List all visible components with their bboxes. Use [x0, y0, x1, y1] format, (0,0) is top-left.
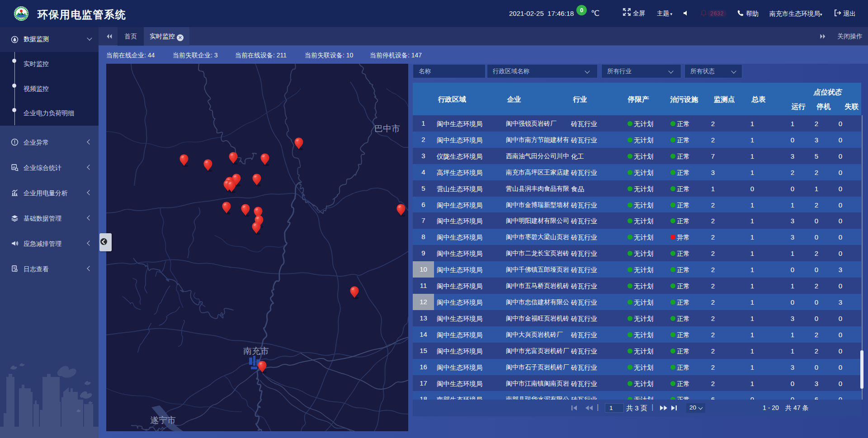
svg-text:遂宁市: 遂宁市	[150, 415, 176, 425]
svg-text:南充市: 南充市	[243, 346, 269, 356]
svg-text:巴中市: 巴中市	[374, 124, 400, 133]
